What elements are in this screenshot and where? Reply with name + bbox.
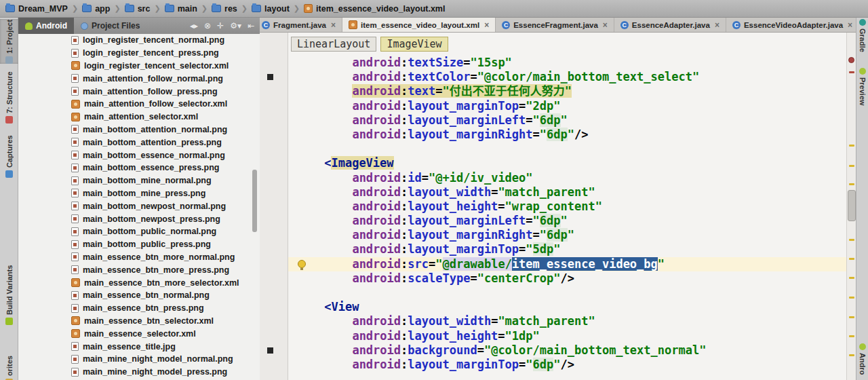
tree-file-item[interactable]: login_register_tencent_selector.xml: [18, 60, 260, 73]
tree-file-item[interactable]: main_bottom_essence_normal.png: [18, 149, 260, 162]
java-class-icon: C: [732, 21, 741, 29]
tree-file-item[interactable]: main_essence_btn_selector.xml: [18, 315, 260, 328]
close-icon[interactable]: ×: [484, 20, 489, 30]
tree-file-item[interactable]: main_bottom_attention_press.png: [18, 136, 260, 149]
error-stripe[interactable]: [846, 33, 856, 380]
tree-file-item[interactable]: main_mine_night_model_press.png: [18, 366, 260, 379]
tree-scrollbar-thumb[interactable]: [252, 170, 257, 232]
code-line[interactable]: android:textSize="15sp": [288, 56, 846, 70]
breadcrumb-item[interactable]: main: [165, 4, 197, 14]
tree-file-item[interactable]: main_mine_night_model_normal.png: [18, 353, 260, 366]
tool-button----structure[interactable]: 7: Structure: [0, 68, 18, 128]
tree-file-item[interactable]: main_essence_btn_normal.png: [18, 289, 260, 302]
breadcrumb-item[interactable]: src: [125, 4, 151, 14]
code-line[interactable]: android:layout_marginTop="2dp": [288, 99, 846, 113]
tree-file-item[interactable]: main_essence_btn_more_normal.png: [18, 251, 260, 264]
yellow-stripe-mark: [849, 277, 854, 279]
breadcrumb-item[interactable]: layout: [252, 4, 290, 14]
image-file-icon: [71, 189, 79, 197]
code-line[interactable]: android:layout_marginLeft="6dp": [288, 214, 846, 228]
code-token: "2dp": [526, 99, 560, 113]
editor-tab[interactable]: CFragment.java×: [260, 18, 342, 32]
switch-view-icon[interactable]: ◂▸: [190, 21, 198, 31]
code-token: layout_marginTop: [408, 99, 519, 113]
tool-button-gradle[interactable]: Gradle: [856, 19, 868, 62]
close-icon[interactable]: ×: [715, 20, 719, 30]
tool-button----project[interactable]: 1: Project: [0, 19, 18, 64]
xml-breadcrumb-chip[interactable]: ImageView: [380, 37, 448, 52]
tree-file-item[interactable]: main_attention_selector.xml: [18, 111, 260, 124]
code-line[interactable]: android:layout_width="match_parent": [288, 314, 846, 328]
file-name: main_bottom_attention_press.png: [83, 138, 222, 147]
tree-file-item[interactable]: main_bottom_attention_normal.png: [18, 124, 260, 136]
tree-file-item[interactable]: main_attention_follow_press.png: [18, 85, 260, 98]
breadcrumb-item[interactable]: res: [212, 4, 237, 14]
code-line[interactable]: android:id="@+id/iv_video": [288, 171, 846, 185]
selected-text: item_essence_video_bg: [512, 257, 658, 271]
settings-gear-icon[interactable]: ⚙▾: [230, 21, 241, 31]
tree-file-item[interactable]: login_register_tencent_normal.png: [18, 34, 260, 47]
view-tab-android[interactable]: Android: [18, 18, 74, 34]
editor-gutter[interactable]: [260, 33, 288, 380]
tree-file-item[interactable]: main_essence_btn_more_press.png: [18, 263, 260, 276]
highlighted-text: android:text="付出不亚于任何人努力": [352, 84, 572, 98]
code-line[interactable]: android:textColor="@color/main_bottom_te…: [288, 70, 846, 84]
editor-tab[interactable]: CEssenceFragment.java×: [496, 18, 614, 32]
tree-file-item[interactable]: main_bottom_mine_press.png: [18, 187, 260, 200]
scrollbar-thumb[interactable]: [848, 190, 856, 221]
code-line[interactable]: android:layout_marginRight="6dp"/>: [288, 128, 846, 142]
code-line[interactable]: android:layout_marginLeft="6dp": [288, 113, 846, 128]
code-line[interactable]: <View: [288, 300, 846, 314]
tree-file-item[interactable]: main_essence_selector.xml: [18, 327, 260, 340]
code-line[interactable]: android:layout_marginTop="5dp": [288, 242, 846, 256]
collapse-all-icon[interactable]: ⊗: [204, 21, 211, 31]
code-line[interactable]: [288, 286, 846, 300]
tree-file-item[interactable]: main_essence_title.jpg: [18, 340, 260, 353]
tool-button-preview[interactable]: Preview: [856, 68, 868, 119]
tree-file-item[interactable]: main_bottom_newpost_press.png: [18, 212, 260, 225]
locate-icon[interactable]: ✛: [217, 21, 224, 31]
tree-file-item[interactable]: main_bottom_public_press.png: [18, 238, 260, 251]
tree-file-item[interactable]: main_bottom_mine_normal.png: [18, 174, 260, 187]
code-line[interactable]: android:scaleType="centerCrop"/>: [288, 271, 846, 286]
tree-file-item[interactable]: login_register_tencent_press.png: [18, 47, 260, 60]
breadcrumb-item[interactable]: Dream_MVP: [5, 4, 68, 14]
tree-file-item[interactable]: main_essence_btn_more_selector.xml: [18, 276, 260, 289]
close-icon[interactable]: ×: [603, 20, 608, 30]
intention-bulb-icon[interactable]: [298, 260, 306, 268]
close-icon[interactable]: ×: [848, 20, 852, 30]
editor-tab[interactable]: CEssenceAdapter.java×: [614, 18, 726, 32]
code-line[interactable]: android:background="@color/main_bottom_t…: [288, 343, 846, 358]
xml-breadcrumb-chip[interactable]: LinearLayout: [291, 37, 376, 52]
editor-tab[interactable]: item_essence_video_layout.xml×: [342, 18, 496, 32]
tool-button-orites[interactable]: orites: [0, 356, 18, 380]
editor-tab[interactable]: CEssenceVideoAdapter.java×: [726, 18, 856, 32]
code-line[interactable]: android:text="付出不亚于任何人努力": [288, 84, 846, 98]
tool-button-andro[interactable]: Andro: [856, 343, 868, 380]
breadcrumb-item[interactable]: item_essence_video_layout.xml: [304, 4, 445, 14]
tree-file-item[interactable]: main_bottom_newpost_normal.png: [18, 200, 260, 212]
hide-panel-icon[interactable]: ⇤: [248, 21, 254, 31]
tree-file-item[interactable]: main_attention_follow_selector.xml: [18, 98, 260, 111]
view-tab-project-files[interactable]: Project Files: [74, 18, 146, 34]
code-editor[interactable]: android:textSize="15sp"android:textColor…: [288, 56, 846, 380]
code-line[interactable]: android:layout_height="1dp": [288, 329, 846, 343]
tool-button-build-variants[interactable]: Build Variants: [0, 263, 18, 327]
project-file-tree[interactable]: login_register_tencent_normal.pnglogin_r…: [18, 34, 260, 380]
code-token: =: [477, 343, 484, 357]
code-line[interactable]: android:layout_marginTop="6dp"/>: [288, 358, 846, 372]
tool-button-captures[interactable]: Captures: [0, 133, 18, 180]
code-line[interactable]: android:src="@drawable/item_essence_vide…: [288, 257, 846, 271]
code-token: android: [352, 343, 401, 357]
code-line[interactable]: android:layout_marginRight="6dp": [288, 228, 846, 242]
tree-file-item[interactable]: main_essence_btn_press.png: [18, 302, 260, 315]
tree-file-item[interactable]: main_bottom_essence_press.png: [18, 162, 260, 174]
tree-file-item[interactable]: main_bottom_public_normal.png: [18, 225, 260, 238]
code-line[interactable]: android:layout_width="match_parent": [288, 185, 846, 200]
close-icon[interactable]: ×: [331, 20, 336, 30]
code-line[interactable]: android:layout_height="wrap_content": [288, 200, 846, 214]
code-line[interactable]: <ImageView: [288, 156, 846, 170]
breadcrumb-item[interactable]: app: [82, 4, 110, 14]
tree-file-item[interactable]: main_attention_follow_normal.png: [18, 72, 260, 85]
code-line[interactable]: [288, 142, 846, 156]
